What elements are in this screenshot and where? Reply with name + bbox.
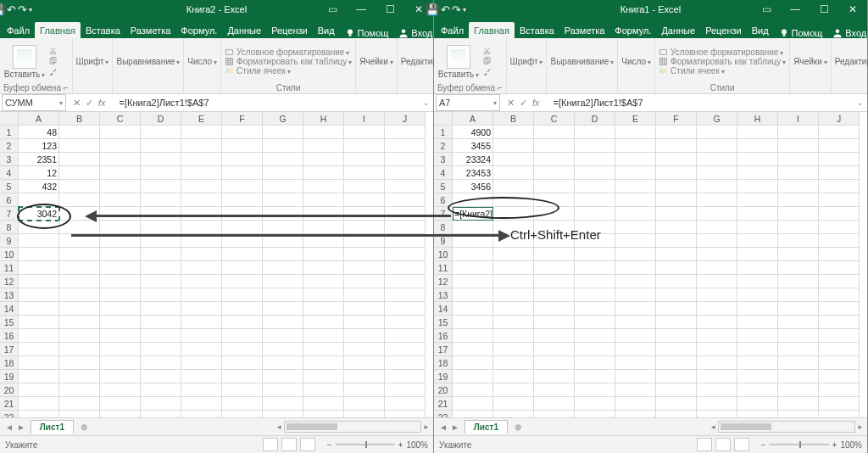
- row-header-22[interactable]: 22: [434, 411, 453, 417]
- cell-I5[interactable]: [344, 180, 385, 193]
- col-header-C[interactable]: C: [100, 112, 141, 126]
- cell-A19[interactable]: [19, 370, 59, 383]
- cell-I22[interactable]: [778, 411, 819, 417]
- cell-D3[interactable]: [575, 153, 615, 166]
- cell-G5[interactable]: [263, 180, 303, 193]
- col-header-A[interactable]: A: [19, 112, 59, 126]
- ribbon-tab-7[interactable]: Вид: [313, 22, 340, 38]
- format-painter-button[interactable]: [482, 67, 492, 76]
- cell-A21[interactable]: [453, 397, 493, 411]
- cut-button[interactable]: [48, 47, 58, 56]
- cell-C11[interactable]: [100, 261, 141, 275]
- paste-button[interactable]: Вставить: [3, 45, 46, 79]
- cell-D6[interactable]: [575, 193, 615, 207]
- cell-F3[interactable]: [656, 153, 697, 166]
- cell-C14[interactable]: [534, 302, 575, 316]
- cell-E16[interactable]: [181, 329, 222, 343]
- view-normal-icon[interactable]: [263, 438, 278, 451]
- cell-I15[interactable]: [778, 316, 819, 329]
- cell-A15[interactable]: [19, 316, 59, 329]
- cell-D14[interactable]: [575, 302, 615, 316]
- cell-I16[interactable]: [778, 329, 819, 343]
- cell-I2[interactable]: [778, 139, 819, 153]
- cell-F15[interactable]: [656, 316, 697, 329]
- sign-in[interactable]: Вход: [393, 28, 437, 38]
- cell-B4[interactable]: [59, 166, 100, 180]
- cell-C16[interactable]: [534, 329, 575, 343]
- cell-G1[interactable]: [263, 126, 303, 139]
- ribbon-tab-4[interactable]: Формул.: [609, 22, 656, 38]
- cell-E12[interactable]: [181, 275, 222, 288]
- cell-G22[interactable]: [697, 411, 737, 417]
- row-header-6[interactable]: 6: [0, 193, 19, 207]
- cell-C2[interactable]: [100, 139, 141, 153]
- formula-bar[interactable]: =[Книга2]Лист1!$A$7: [116, 98, 420, 108]
- cell-H15[interactable]: [303, 316, 344, 329]
- cell-F6[interactable]: [222, 193, 263, 207]
- row-header-11[interactable]: 11: [434, 261, 453, 275]
- cell-G4[interactable]: [697, 166, 737, 180]
- cell-B6[interactable]: [493, 193, 534, 207]
- col-header-A[interactable]: A: [453, 112, 493, 126]
- view-page-layout-icon[interactable]: [281, 438, 297, 451]
- cell-C7[interactable]: [534, 207, 575, 221]
- ribbon-tab-2[interactable]: Вставка: [515, 22, 559, 38]
- cell-J8[interactable]: [819, 221, 860, 234]
- cell-D22[interactable]: [575, 411, 615, 417]
- cell-B20[interactable]: [59, 383, 100, 397]
- ribbon-tab-3[interactable]: Разметка: [125, 22, 176, 38]
- cell-E17[interactable]: [615, 343, 656, 356]
- horizontal-scrollbar[interactable]: ◄►: [528, 421, 867, 433]
- cell-F7[interactable]: [656, 207, 697, 221]
- cell-G15[interactable]: [263, 316, 303, 329]
- cell-H16[interactable]: [303, 329, 344, 343]
- cell-J22[interactable]: [385, 411, 426, 417]
- cell-E22[interactable]: [615, 411, 656, 417]
- cell-J11[interactable]: [819, 261, 860, 275]
- cell-A7[interactable]: =[Книга2]Лист1!$A$7: [453, 207, 493, 221]
- cell-G8[interactable]: [263, 221, 303, 234]
- cell-I14[interactable]: [344, 302, 385, 316]
- cell-B6[interactable]: [59, 193, 100, 207]
- cell-F3[interactable]: [222, 153, 263, 166]
- cell-A15[interactable]: [453, 316, 493, 329]
- cell-J7[interactable]: [385, 207, 426, 221]
- cell-E7[interactable]: [181, 207, 222, 221]
- cell-A17[interactable]: [19, 343, 59, 356]
- cell-D15[interactable]: [575, 316, 615, 329]
- cell-D20[interactable]: [575, 383, 615, 397]
- cell-D17[interactable]: [575, 343, 615, 356]
- cell-E9[interactable]: [615, 234, 656, 248]
- cell-A21[interactable]: [19, 397, 59, 411]
- cell-C19[interactable]: [534, 370, 575, 383]
- cell-A5[interactable]: 3456: [453, 180, 493, 193]
- cell-D7[interactable]: [575, 207, 615, 221]
- zoom-level[interactable]: 100%: [840, 440, 862, 450]
- cell-B13[interactable]: [59, 288, 100, 302]
- cell-A14[interactable]: [453, 302, 493, 316]
- cell-B18[interactable]: [493, 356, 534, 370]
- cell-G1[interactable]: [697, 126, 737, 139]
- cell-G18[interactable]: [697, 356, 737, 370]
- cell-H11[interactable]: [303, 261, 344, 275]
- cell-D8[interactable]: [141, 221, 181, 234]
- cell-B21[interactable]: [493, 397, 534, 411]
- zoom-slider[interactable]: −+100%: [761, 440, 862, 450]
- cell-D10[interactable]: [575, 248, 615, 261]
- cell-A4[interactable]: 12: [19, 166, 59, 180]
- cell-A13[interactable]: [19, 288, 59, 302]
- cell-D1[interactable]: [575, 126, 615, 139]
- copy-button[interactable]: [48, 57, 58, 66]
- cell-H17[interactable]: [737, 343, 778, 356]
- cell-H4[interactable]: [303, 166, 344, 180]
- cell-D16[interactable]: [141, 329, 181, 343]
- cell-J6[interactable]: [819, 193, 860, 207]
- ribbon-display-options-icon[interactable]: ▭: [318, 0, 347, 19]
- qat[interactable]: 💾↶↷▾: [434, 3, 458, 16]
- cell-D13[interactable]: [575, 288, 615, 302]
- cell-F17[interactable]: [222, 343, 263, 356]
- cell-J15[interactable]: [819, 316, 860, 329]
- cell-E8[interactable]: [615, 221, 656, 234]
- cell-J20[interactable]: [819, 383, 860, 397]
- cell-I1[interactable]: [344, 126, 385, 139]
